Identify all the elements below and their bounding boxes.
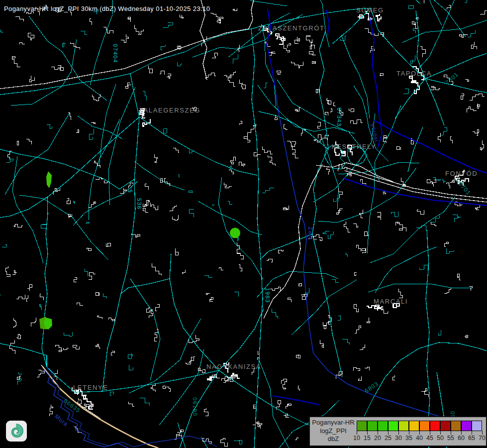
road-number-label-07404: 07404 bbox=[112, 44, 118, 63]
legend-tick-label: 35 bbox=[405, 435, 412, 442]
radar-product-title: Poganyvar-HR logZ_PPI 30km (dbZ) Wednesd… bbox=[4, 5, 210, 12]
city-label-marcali: MARCALI bbox=[374, 298, 408, 305]
met-service-spiral-logo bbox=[6, 421, 27, 442]
city-label-letenye: LETENYE bbox=[73, 384, 108, 391]
legend-tick-label: 50 bbox=[437, 435, 444, 442]
legend-tick-mark bbox=[430, 431, 430, 435]
legend-tick-label: 45 bbox=[426, 435, 433, 442]
city-label-tapolca: TAPOLCA bbox=[396, 70, 432, 77]
legend-tick-mark bbox=[419, 431, 420, 435]
legend-color-cell bbox=[472, 421, 482, 431]
legend-tick-label: 10 bbox=[353, 435, 360, 442]
legend-tick-label: 70 bbox=[479, 435, 486, 442]
legend-unit-label: dbZ bbox=[310, 435, 357, 444]
legend-product-name: logZ_PPI bbox=[310, 427, 357, 436]
river-name-label-zala: Zala bbox=[307, 226, 314, 240]
legend-tick-mark bbox=[357, 431, 357, 435]
legend-tick-label: 15 bbox=[364, 435, 371, 442]
legend-tick-label: 20 bbox=[374, 435, 381, 442]
radar-map-canvas bbox=[0, 0, 487, 448]
legend-color-cell bbox=[430, 421, 440, 431]
legend-tick-label: 55 bbox=[447, 435, 454, 442]
road-number-label-07343: 07343 bbox=[336, 108, 342, 126]
legend-color-cell bbox=[419, 421, 430, 431]
legend-color-cell bbox=[440, 421, 451, 431]
legend-tick-mark bbox=[472, 431, 472, 435]
legend-tick-mark bbox=[482, 431, 483, 435]
legend-tick-mark bbox=[461, 431, 462, 435]
legend-color-cell bbox=[398, 421, 409, 431]
city-label-nagykanizsa: NAGYKANIZSA bbox=[206, 363, 261, 370]
radar-echo bbox=[230, 228, 240, 238]
city-label-fony-d: FONYÓD bbox=[445, 170, 478, 177]
legend-radar-name: Poganyvar-HR bbox=[310, 419, 357, 427]
legend-color-cell bbox=[409, 421, 419, 431]
radar-screen: Poganyvar-HR logZ_PPI 30km (dbZ) Wednesd… bbox=[0, 0, 487, 448]
legend-panel: Poganyvar-HR logZ_PPI dbZ 10152025303540… bbox=[309, 416, 487, 447]
legend-tick-label: 65 bbox=[468, 435, 475, 442]
legend-tick-label: 40 bbox=[416, 435, 423, 442]
legend-product-block: Poganyvar-HR logZ_PPI dbZ bbox=[310, 419, 357, 444]
city-label-keszthely: KESZTHELY bbox=[332, 143, 376, 150]
legend-tick-mark bbox=[451, 431, 451, 435]
city-label-zalaegerszeg: ZALAEGERSZEG bbox=[139, 107, 200, 114]
city-label-zalaszentgr-t: ZALASZENTGRÓT bbox=[258, 24, 324, 32]
legend-color-cell bbox=[461, 421, 472, 431]
road-number-label-536: 536 bbox=[136, 198, 142, 210]
road-number-label-1983: 1983 bbox=[265, 288, 271, 303]
legend-tick-mark bbox=[409, 431, 409, 435]
legend-tick-label: 60 bbox=[458, 435, 465, 442]
legend-color-cell bbox=[388, 421, 398, 431]
legend-color-cell bbox=[378, 421, 388, 431]
legend-tick-mark bbox=[398, 431, 399, 435]
legend-tick-mark bbox=[367, 431, 368, 435]
legend-color-cell bbox=[357, 421, 367, 431]
legend-color-cell bbox=[367, 421, 378, 431]
spiral-icon bbox=[6, 421, 27, 442]
legend-tick-label: 30 bbox=[395, 435, 402, 442]
legend-color-cell bbox=[451, 421, 461, 431]
legend-tick-mark bbox=[378, 431, 378, 435]
legend-tick-mark bbox=[440, 431, 441, 435]
radar-echo bbox=[46, 171, 52, 188]
road-number-label-06190: 06190 bbox=[192, 397, 198, 416]
legend-tick-mark bbox=[388, 431, 389, 435]
legend-tick-label: 25 bbox=[385, 435, 391, 442]
city-label-s-meg: SÜMEG bbox=[356, 6, 384, 14]
